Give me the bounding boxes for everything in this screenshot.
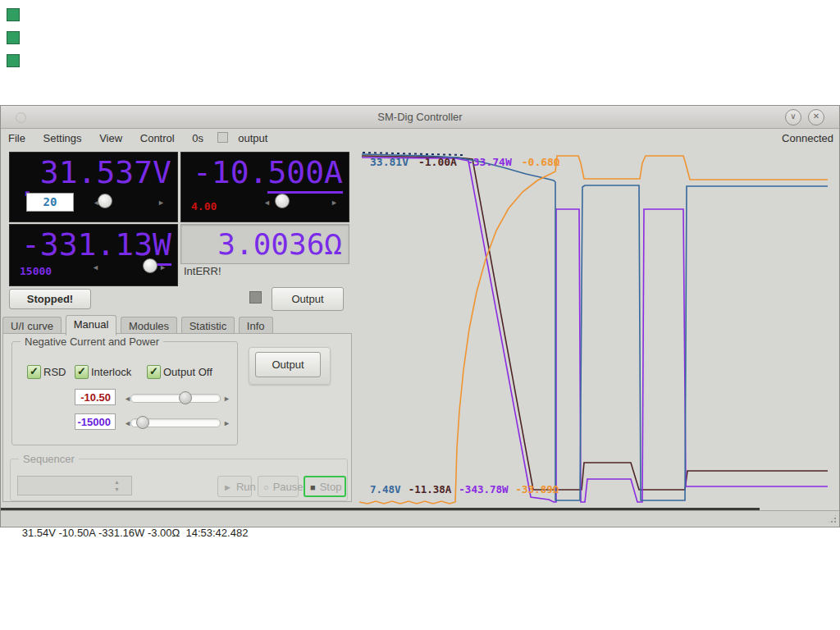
current-value: -10.500A <box>193 153 343 191</box>
slider-left-icon[interactable]: ◄ <box>263 199 271 207</box>
chart-readout-label: -33.74W <box>467 156 512 168</box>
spinner-arrows-icon[interactable]: ▲▼ <box>114 478 120 493</box>
check-icon: ✓ <box>149 365 158 377</box>
voltage-range-field[interactable]: 20 <box>26 193 74 212</box>
chart-readout-label: 7.48V <box>370 483 401 495</box>
sequencer-select[interactable]: ▲▼ <box>17 476 132 495</box>
current-slider-track[interactable] <box>130 394 221 403</box>
menu-settings[interactable]: Settings <box>36 129 89 146</box>
power-setpoint-field[interactable]: -15000 <box>75 413 116 430</box>
chart-readout-label: -1.00A <box>418 156 457 168</box>
chart-top-labels: 33.81V-1.00A-33.74W-0.68Ω <box>370 156 560 168</box>
resistance-value: 3.0036Ω <box>181 225 349 263</box>
desktop-icon[interactable] <box>7 31 20 44</box>
group-title: Negative Current and Power <box>21 336 163 348</box>
chevron-down-icon: ∨ <box>790 112 796 121</box>
power-range-value: 15000 <box>20 265 52 277</box>
menu-0s[interactable]: 0s <box>185 129 211 146</box>
menu-output-label[interactable]: output <box>231 129 275 146</box>
rsd-checkbox[interactable]: ✓ <box>27 365 41 379</box>
desktop-icon[interactable] <box>7 8 20 21</box>
slider-right-icon[interactable]: ► <box>223 395 231 403</box>
slider-right-icon[interactable]: ► <box>159 263 167 272</box>
chart-line-resistance <box>359 156 828 504</box>
power-display: -331.13W 15000 ◄ ► <box>9 224 178 286</box>
menu-file[interactable]: File <box>1 129 33 146</box>
current-setpoint-field[interactable]: -10.50 <box>75 389 116 405</box>
slider-right-icon[interactable]: ► <box>158 199 165 207</box>
power-slider-thumb[interactable] <box>143 258 158 273</box>
stop-icon: ■ <box>310 482 316 492</box>
app-window: SM-Dig Controller ∨ ✕ File Settings View… <box>0 105 840 527</box>
slider-left-icon[interactable]: ◄ <box>92 263 99 272</box>
output-button-top[interactable]: Output <box>272 287 344 311</box>
output-off-checkbox[interactable]: ✓ <box>147 365 161 379</box>
title-bar[interactable]: SM-Dig Controller ∨ ✕ <box>1 106 839 129</box>
current-range-value: 4.00 <box>191 200 217 212</box>
output-button-manual[interactable]: Output <box>255 352 321 377</box>
tab-bar: U/I curve Manual Modules Statistic Info <box>2 315 274 333</box>
stop-button[interactable]: ■Stop <box>304 476 346 497</box>
status-bar: 31.54V -10.50A -331.16W -3.00Ω 14:53:42.… <box>1 510 839 526</box>
check-icon: ✓ <box>30 365 39 377</box>
pause-button[interactable]: ○Pause <box>258 476 299 497</box>
chart-svg <box>354 144 833 509</box>
minimize-button[interactable]: ∨ <box>785 109 801 126</box>
voltage-display: . 31.537V 20 ◄ ► <box>9 152 178 222</box>
stopped-button[interactable]: Stopped! <box>9 289 91 309</box>
window-title: SM-Dig Controller <box>1 106 839 128</box>
current-display: -10.500A 4.00 ◄ ► <box>180 152 349 222</box>
chart-readout-label: 33.81V <box>370 156 409 168</box>
slider-right-icon[interactable]: ► <box>331 199 338 207</box>
current-slider-thumb[interactable] <box>179 391 192 404</box>
voltage-slider-thumb[interactable] <box>98 194 112 208</box>
check-icon: ✓ <box>77 365 86 377</box>
chart-bottom-labels: 7.48V-11.38A-343.78W-33.89Ω <box>370 483 559 495</box>
chart-readout-label: -0.68Ω <box>522 156 560 168</box>
run-icon: ► <box>223 482 232 492</box>
close-button[interactable]: ✕ <box>808 109 824 126</box>
slider-right-icon[interactable]: ► <box>223 419 231 427</box>
output-checkbox[interactable] <box>217 132 228 143</box>
negative-current-power-group: Negative Current and Power ✓ RSD ✓ Inter… <box>11 341 238 445</box>
resistance-display: 3.0036Ω <box>180 224 349 264</box>
rsd-label: RSD <box>43 366 66 378</box>
measurement-chart: 33.81V-1.00A-33.74W-0.68Ω 7.48V-11.38A-3… <box>354 144 833 509</box>
chart-line-current <box>362 156 828 490</box>
tab-manual[interactable]: Manual <box>66 315 117 336</box>
current-slider-thumb[interactable] <box>275 194 290 208</box>
resize-grip[interactable] <box>827 514 838 524</box>
desktop-icon[interactable] <box>7 54 20 67</box>
interlock-error-label: IntERR! <box>184 265 221 277</box>
run-button[interactable]: ►Run <box>217 476 252 497</box>
pause-icon: ○ <box>263 482 269 492</box>
output-off-label: Output Off <box>163 366 212 378</box>
status-readout: 31.54V -10.50A -331.16W -3.00Ω 14:53:42.… <box>22 527 249 539</box>
power-slider-thumb[interactable] <box>136 416 149 429</box>
output-led <box>249 291 262 304</box>
sequencer-group: Sequencer ▲▼ ►Run ○Pause ■Stop <box>10 459 348 501</box>
sequencer-title: Sequencer <box>19 453 79 465</box>
chart-readout-label: -11.38A <box>409 483 452 495</box>
interlock-checkbox[interactable]: ✓ <box>75 365 89 379</box>
chart-readout-label: -33.89Ω <box>516 483 559 495</box>
menu-control[interactable]: Control <box>133 129 182 146</box>
menu-view[interactable]: View <box>92 129 130 146</box>
close-icon: ✕ <box>813 112 819 121</box>
chart-readout-label: -343.78W <box>459 483 508 495</box>
chart-line-power <box>362 158 828 502</box>
manual-tab-panel: Negative Current and Power ✓ RSD ✓ Inter… <box>2 333 352 502</box>
voltage-value: 31.537V <box>40 153 171 191</box>
interlock-label: Interlock <box>91 366 131 378</box>
menu-bar: File Settings View Control 0s output Con… <box>1 129 839 146</box>
screen: SM-Dig Controller ∨ ✕ File Settings View… <box>0 0 840 630</box>
chart-line-voltage <box>362 154 828 500</box>
window-icon <box>16 112 26 123</box>
